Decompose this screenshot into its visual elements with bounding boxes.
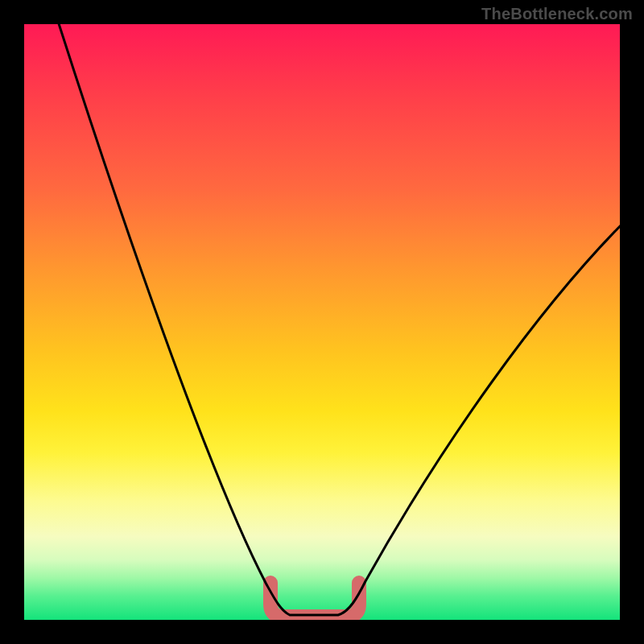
chart-frame: TheBottleneck.com xyxy=(0,0,644,644)
plot-area xyxy=(24,24,620,620)
chart-svg xyxy=(24,24,620,620)
watermark-label: TheBottleneck.com xyxy=(481,5,633,23)
bottleneck-curve xyxy=(56,24,620,615)
